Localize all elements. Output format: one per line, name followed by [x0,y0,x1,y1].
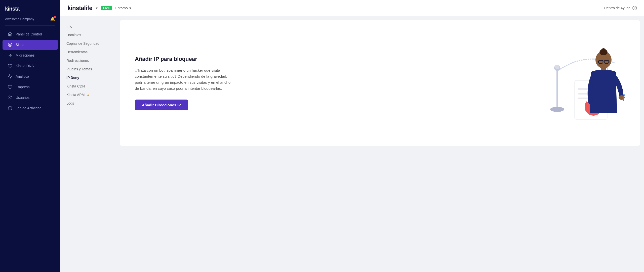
upgrade-icon: ▲ [87,93,90,97]
company-name: Awesome Company [5,17,34,21]
migrations-icon [8,53,13,58]
activity-log-icon [8,106,13,111]
sidebar-item-label: Migraciones [16,53,34,57]
users-icon [8,95,13,100]
analytics-icon [8,74,13,79]
sidebar-item-label: Usuarios [16,96,29,100]
help-label: Centro de Ayuda [604,6,630,10]
illustration [544,35,630,131]
logo-area: kinsta [0,0,60,15]
sub-nav-label: Herramientas [66,50,88,54]
svg-point-2 [9,44,11,46]
sidebar-item-panel-control[interactable]: Panel de Control [3,29,58,39]
sub-nav-info[interactable]: Info [60,22,116,31]
environment-label: Entorno [115,6,128,10]
kinsta-logo: kinsta [5,5,55,12]
panel-description: ¿Trata con un bot, spammer o un hacker q… [135,67,235,92]
home-icon [8,32,13,37]
panel-title: Añadir IP para bloquear [135,56,235,62]
svg-rect-11 [556,68,558,108]
sidebar-item-sitios[interactable]: Sitios [3,40,58,50]
environment-selector[interactable]: Entorno ▾ [115,6,131,10]
sidebar-item-kinsta-dns[interactable]: Kinsta DNS [3,61,58,71]
main-area: kinstalife ▾ LIVE Entorno ▾ Centro de Ay… [60,0,644,272]
svg-rect-4 [8,85,12,88]
add-ip-button[interactable]: Añadir Direcciones IP [135,100,188,110]
topbar: kinstalife ▾ LIVE Entorno ▾ Centro de Ay… [60,0,644,16]
svg-point-12 [550,107,564,112]
company-row: Awesome Company 🔔 [0,15,60,25]
main-panel: Añadir IP para bloquear ¿Trata con un bo… [116,16,644,272]
sidebar-item-analitica[interactable]: Analítica [3,71,58,81]
sub-nav-ip-deny[interactable]: IP Deny [60,73,116,82]
sub-nav-label: Kinsta APM [66,93,85,97]
topbar-left: kinstalife ▾ LIVE Entorno ▾ [67,5,131,12]
ip-deny-illustration [544,35,630,131]
company-icon [8,84,13,89]
ip-deny-card: Añadir IP para bloquear ¿Trata con un bo… [120,20,640,146]
sidebar-item-label: Sitios [16,43,24,47]
sub-nav-label: Logs [66,101,74,105]
sub-nav-label: Info [66,24,72,28]
live-badge: LIVE [101,6,112,10]
sidebar: kinsta Awesome Company 🔔 Panel de Contro… [0,0,60,272]
help-center[interactable]: Centro de Ayuda ? [604,6,637,10]
sub-nav-label: Copias de Seguridad [66,41,99,46]
content-area: Info Dominios Copias de Seguridad Herram… [60,16,644,272]
sub-sidebar: Info Dominios Copias de Seguridad Herram… [60,16,116,272]
sub-nav-plugins-temas[interactable]: Plugins y Temas [60,65,116,73]
sub-nav-copias-seguridad[interactable]: Copias de Seguridad [60,39,116,48]
help-circle-icon: ? [632,6,637,10]
svg-text:kinsta: kinsta [5,6,20,12]
sidebar-item-label: Kinsta DNS [16,64,34,68]
sub-nav-redirecciones[interactable]: Redirecciones [60,56,116,65]
sidebar-item-usuarios[interactable]: Usuarios [3,93,58,103]
sub-nav-label: Dominios [66,33,81,37]
sidebar-item-label: Log de Actividad [16,106,42,110]
notification-bell[interactable]: 🔔 [50,17,55,21]
sidebar-item-migraciones[interactable]: Migraciones [3,50,58,60]
sub-nav-kinsta-cdn[interactable]: Kinsta CDN [60,82,116,90]
sub-nav-label: IP Deny [66,76,79,80]
svg-point-27 [601,48,606,53]
dns-icon [8,63,13,68]
svg-point-7 [9,96,10,97]
sub-nav-dominios[interactable]: Dominios [60,31,116,39]
sidebar-item-log-actividad[interactable]: Log de Actividad [3,103,58,113]
sites-icon [8,42,13,47]
ip-deny-content: Añadir IP para bloquear ¿Trata con un bo… [120,41,251,125]
svg-point-14 [555,65,559,69]
sidebar-item-label: Empresa [16,85,30,89]
site-title-chevron-icon[interactable]: ▾ [96,6,98,10]
site-title: kinstalife [67,5,92,12]
notification-dot [54,16,56,18]
sub-nav-label: Plugins y Temas [66,67,92,71]
sub-nav-label: Kinsta CDN [66,84,85,88]
sub-nav-label: Redirecciones [66,59,89,63]
main-nav: Panel de Control Sitios Migraciones Kins… [0,26,60,272]
sub-nav-kinsta-apm[interactable]: Kinsta APM ▲ [60,90,116,99]
sub-nav-herramientas[interactable]: Herramientas [60,48,116,56]
sidebar-item-label: Panel de Control [16,32,42,36]
sidebar-item-empresa[interactable]: Empresa [3,82,58,92]
sub-nav-logs[interactable]: Logs [60,99,116,108]
sidebar-item-label: Analítica [16,74,29,78]
svg-point-1 [8,43,12,47]
environment-chevron-icon: ▾ [129,6,131,10]
